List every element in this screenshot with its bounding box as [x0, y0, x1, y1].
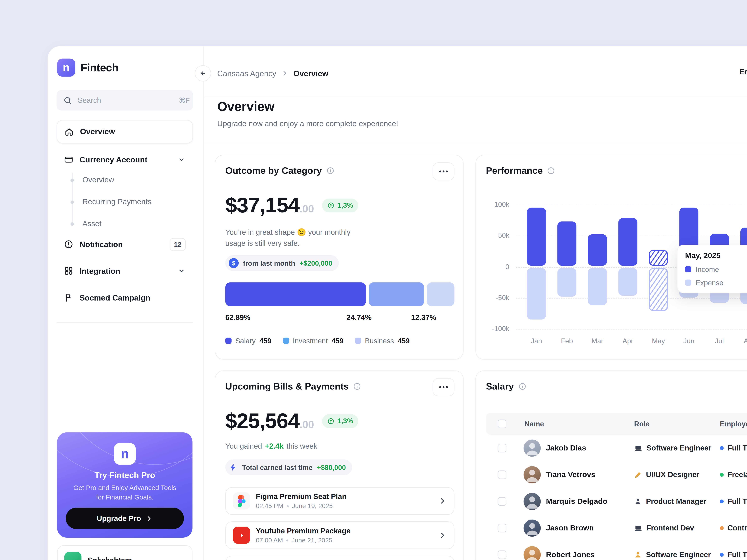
x-axis-tick: Jan — [521, 337, 552, 345]
chevron-right-icon[interactable] — [438, 531, 447, 539]
employment-type: Full Time — [720, 444, 747, 452]
card-menu-button[interactable] — [433, 378, 455, 396]
list-item-figma[interactable]: Figma Premium Seat Plan 02.45 PMJune 19,… — [225, 487, 455, 515]
x-axis-tick: Mar — [582, 337, 613, 345]
table-row[interactable]: Jakob Dias Software Engineer Full Time — [486, 435, 747, 461]
list-item-partial[interactable] — [225, 556, 455, 560]
dollar-icon: $ — [229, 258, 238, 268]
info-icon[interactable] — [326, 167, 334, 175]
performance-bar-income-Apr[interactable] — [618, 218, 637, 266]
status-dot — [720, 446, 724, 450]
upcoming-bills-card: Upcoming Bills & Payments $25,564 .00 1,… — [215, 371, 464, 560]
outcome-legend: Salary 459 Investment 459 Business 459 — [225, 337, 410, 345]
performance-bar-income-Mar[interactable] — [588, 234, 607, 266]
select-all-checkbox[interactable] — [498, 420, 507, 428]
avatar — [523, 493, 541, 510]
status-dot — [720, 526, 724, 530]
list-item-youtube[interactable]: Youtube Premium Package 07.00 AMJune 21,… — [225, 522, 455, 549]
income-swatch — [685, 266, 691, 272]
performance-bar-income-Jan[interactable] — [527, 208, 546, 266]
expense-swatch — [685, 279, 691, 286]
total-earned-pill: Total earned last time +$80,000 — [225, 459, 352, 475]
divider — [204, 97, 747, 97]
last-month-pill: $ from last month +$200,000 — [225, 255, 338, 271]
row-checkbox[interactable] — [498, 471, 507, 479]
employment-type: Full Time — [720, 551, 747, 559]
performance-bar-income-May[interactable] — [649, 250, 668, 266]
employee-role: UI/UX Designer — [634, 471, 699, 479]
segment-business — [427, 282, 455, 306]
row-checkbox[interactable] — [498, 524, 507, 532]
performance-bar-expense-May[interactable] — [649, 268, 668, 311]
info-icon[interactable] — [547, 167, 555, 175]
status-dot — [720, 473, 724, 477]
x-axis-tick: Aug — [735, 337, 747, 345]
legend-item-business: Business 459 — [355, 337, 410, 345]
employment-type: Freelance — [720, 471, 747, 479]
y-axis-tick: 100k — [494, 201, 509, 208]
performance-bar-expense-Jan[interactable] — [527, 268, 546, 320]
pill-value: +$200,000 — [300, 259, 332, 267]
arrow-left-icon — [199, 69, 207, 78]
avatar — [523, 466, 541, 483]
back-button[interactable] — [195, 65, 211, 81]
table-row[interactable]: Tiana Vetrovs UI/UX Designer Freelance — [486, 461, 747, 488]
table-header: Name Role Employee Type — [486, 413, 747, 435]
employee-name: Marquis Delgado — [546, 497, 608, 506]
legend-item-salary: Salary 459 — [225, 337, 272, 345]
row-checkbox[interactable] — [498, 497, 507, 506]
card-menu-button[interactable] — [433, 162, 455, 181]
avatar — [523, 439, 541, 457]
table-row[interactable]: Jason Brown Frontend Dev Contract — [486, 515, 747, 541]
info-icon[interactable] — [353, 382, 361, 391]
arrow-up-circle-icon — [328, 202, 335, 209]
segment-investment — [369, 282, 424, 306]
chevron-right-icon — [281, 70, 289, 77]
gained-line: You gained+2.4kthis week — [225, 442, 317, 451]
person-icon — [634, 498, 642, 505]
employee-name: Robert Jones — [546, 551, 595, 559]
column-name: Name — [524, 420, 544, 428]
tooltip-title: May, 2025 — [685, 251, 747, 260]
outcome-by-category-card: Outcome by Category $37,154 .00 1,3% — [215, 155, 464, 359]
edit-button[interactable]: Edit — [739, 68, 747, 76]
row-checkbox[interactable] — [498, 551, 507, 559]
table-row[interactable]: Marquis Delgado Product Manager Full Tim… — [486, 488, 747, 515]
info-icon[interactable] — [518, 382, 526, 391]
x-axis-tick: Jul — [704, 337, 735, 345]
legend-swatch — [225, 338, 232, 344]
x-axis-tick: May — [643, 337, 674, 345]
chevron-right-icon[interactable] — [438, 497, 447, 505]
breadcrumb: Cansaas Agency Overview — [217, 67, 328, 80]
outcome-cents: .00 — [300, 203, 314, 215]
employee-role: Software Engineer — [634, 444, 711, 452]
column-employee-type: Employee Type — [720, 420, 747, 428]
youtube-icon — [233, 527, 250, 544]
status-dot — [720, 553, 724, 557]
y-axis-tick: -50k — [496, 294, 509, 301]
bill-title: Youtube Premium Package — [256, 527, 351, 535]
breadcrumb-parent[interactable]: Cansaas Agency — [217, 69, 276, 78]
status-dot — [720, 500, 724, 503]
arrow-up-circle-icon — [328, 417, 335, 425]
gridline — [516, 205, 747, 205]
outcome-amount: $37,154 — [225, 193, 300, 217]
performance-bar-expense-Apr[interactable] — [618, 268, 637, 296]
segment-salary — [225, 282, 366, 306]
performance-bar-expense-Feb[interactable] — [558, 268, 576, 296]
dot-separator — [287, 505, 288, 507]
performance-bar-income-Feb[interactable] — [558, 221, 576, 266]
tooltip-income-row: Income $26k — [685, 265, 747, 273]
employment-type: Contract — [720, 524, 747, 532]
x-axis-tick: Feb — [552, 337, 582, 345]
row-checkbox[interactable] — [498, 444, 507, 452]
gridline — [516, 329, 747, 329]
performance-bar-expense-Mar[interactable] — [588, 268, 607, 305]
employee-name: Jason Brown — [546, 524, 594, 532]
employee-role: Software Engineer — [634, 551, 711, 559]
outcome-stacked-bar — [225, 282, 455, 306]
main-content: Cansaas Agency Overview Edit Overview Up… — [48, 46, 747, 560]
table-row[interactable]: Robert Jones Software Engineer Full Time — [486, 541, 747, 560]
avatar — [523, 546, 541, 560]
pill-label: from last month — [243, 259, 295, 267]
